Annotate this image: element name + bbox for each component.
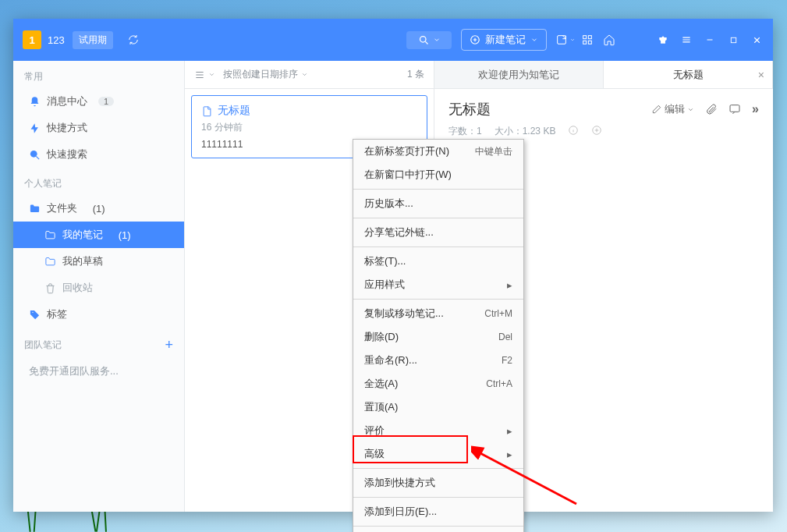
menu-delete[interactable]: 删除(D)Del <box>353 325 523 349</box>
sort-button[interactable]: 按照创建日期排序 <box>223 68 308 81</box>
section-personal: 个人笔记 <box>13 168 184 195</box>
menu-properties[interactable]: 属性(P)... <box>353 529 523 532</box>
svg-rect-9 <box>730 105 739 112</box>
menu-history[interactable]: 历史版本... <box>353 192 523 215</box>
open-external-icon[interactable] <box>555 29 576 51</box>
menu-open-window[interactable]: 在新窗口中打开(W) <box>353 163 523 186</box>
tab-untitled[interactable]: 无标题 × <box>604 61 773 88</box>
view-mode-icon[interactable] <box>194 69 215 80</box>
section-common: 常用 <box>13 61 184 88</box>
svg-rect-6 <box>588 41 591 44</box>
more-icon[interactable]: » <box>752 102 759 116</box>
menu-advanced[interactable]: 高级▸ <box>353 442 523 466</box>
menu-add-calendar[interactable]: 添加到日历(E)... <box>353 500 523 523</box>
user-badge[interactable]: 1 <box>23 30 41 49</box>
add-meta-icon[interactable] <box>591 125 602 138</box>
menu-tag[interactable]: 标签(T)... <box>353 250 523 273</box>
sidebar-recycle[interactable]: 回收站 <box>13 275 184 301</box>
section-team: 团队笔记 + <box>13 328 184 358</box>
svg-point-0 <box>420 36 426 42</box>
minimize-button[interactable] <box>698 28 721 51</box>
menu-rate[interactable]: 评价▸ <box>353 419 523 442</box>
search-button[interactable] <box>406 31 452 49</box>
sidebar-quick-links[interactable]: 快捷方式 <box>13 115 184 141</box>
note-count: 1 条 <box>407 68 424 81</box>
sidebar-tags[interactable]: 标签 <box>13 301 184 328</box>
menu-select-all[interactable]: 全选(A)Ctrl+A <box>353 372 523 395</box>
svg-rect-5 <box>583 41 587 44</box>
menu-pin[interactable]: 置顶(A) <box>353 395 523 419</box>
svg-rect-2 <box>558 36 566 44</box>
titlebar: 1 123 试用期 新建笔记 <box>13 19 773 61</box>
menu-add-quicklink[interactable]: 添加到快捷方式 <box>353 471 523 495</box>
apps-icon[interactable] <box>576 29 598 51</box>
add-team-icon[interactable]: + <box>165 337 173 353</box>
sync-icon[interactable] <box>122 29 144 51</box>
edit-button[interactable]: 编辑 <box>651 102 694 116</box>
close-button[interactable] <box>745 28 768 51</box>
new-note-button[interactable]: 新建笔记 <box>461 29 547 51</box>
sidebar-my-notes[interactable]: 我的笔记 (1) <box>13 222 184 248</box>
svg-rect-3 <box>583 36 587 39</box>
context-menu: 在新标签页打开(N)中键单击 在新窗口中打开(W) 历史版本... 分享笔记外链… <box>353 139 524 532</box>
svg-point-8 <box>30 150 37 157</box>
close-tab-icon[interactable]: × <box>758 69 764 81</box>
maximize-button[interactable] <box>721 28 745 51</box>
skin-icon[interactable] <box>651 28 675 51</box>
sidebar-msg-center[interactable]: 消息中心 1 <box>13 88 184 115</box>
tabs: 欢迎使用为知笔记 无标题 × <box>434 61 773 89</box>
sidebar-my-drafts[interactable]: 我的草稿 <box>13 248 184 275</box>
notelist-toolbar: 按照创建日期排序 1 条 <box>185 61 434 89</box>
sidebar-team-hint[interactable]: 免费开通团队服务... <box>13 358 184 385</box>
attach-icon[interactable] <box>705 103 718 115</box>
sidebar-quick-search[interactable]: 快速搜索 <box>13 141 184 168</box>
menu-rename[interactable]: 重命名(R)...F2 <box>353 349 523 372</box>
sidebar-folder[interactable]: 文件夹 (1) <box>13 195 184 222</box>
menu-style[interactable]: 应用样式▸ <box>353 273 523 296</box>
note-title: 无标题 <box>448 100 651 119</box>
home-icon[interactable] <box>598 29 620 51</box>
info-icon[interactable] <box>568 125 579 138</box>
svg-rect-7 <box>731 37 736 42</box>
tab-welcome[interactable]: 欢迎使用为知笔记 <box>434 61 604 88</box>
menu-share[interactable]: 分享笔记外链... <box>353 221 523 244</box>
username[interactable]: 123 <box>48 34 65 46</box>
sidebar: 常用 消息中心 1 快捷方式 快速搜索 个人笔记 文件夹 (1) 我的笔记 <box>13 61 185 512</box>
menu-copy-move[interactable]: 复制或移动笔记...Ctrl+M <box>353 302 523 325</box>
comment-icon[interactable] <box>729 103 741 115</box>
trial-badge[interactable]: 试用期 <box>73 31 113 49</box>
svg-rect-4 <box>588 36 591 39</box>
menu-open-tab[interactable]: 在新标签页打开(N)中键单击 <box>353 140 523 163</box>
menu-icon[interactable] <box>675 28 698 51</box>
